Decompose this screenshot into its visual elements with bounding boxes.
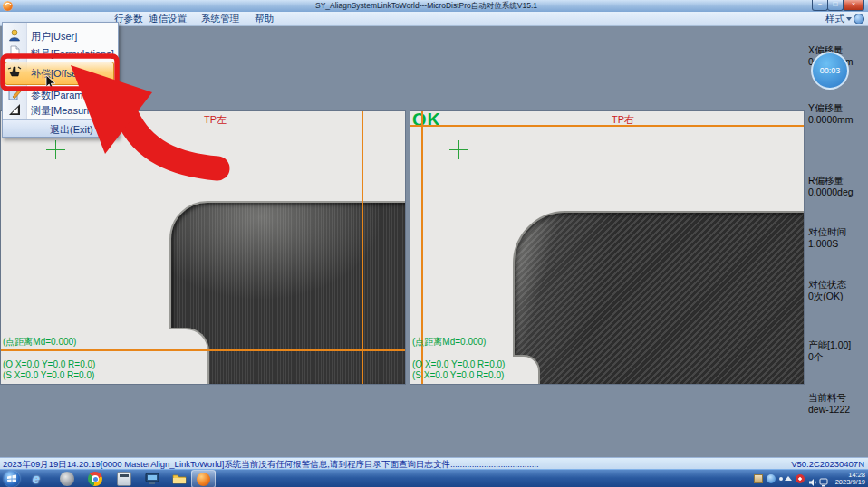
computer-icon[interactable] <box>145 472 159 486</box>
ie-browser-icon[interactable]: e <box>33 472 47 486</box>
specimen-image-left <box>169 201 406 385</box>
menu-comm-settings[interactable]: 通信设置 <box>149 13 187 25</box>
camera-view-right[interactable]: OK TP右 (点距离Md=0.000) (O X=0.0 Y=0.0 R=0.… <box>410 110 805 385</box>
application-window: SY_AliagnSystemLinkToWorld---MicroDistPr… <box>0 0 868 487</box>
menu-item-measure[interactable]: 测量[Measuring] <box>3 102 118 118</box>
specimen-image-right <box>513 211 805 385</box>
menu-system-manage[interactable]: 系统管理 <box>201 13 239 25</box>
offset-hand-icon <box>7 65 22 80</box>
tray-messenger-icon[interactable] <box>767 474 776 483</box>
metric-value: 0次(OK) <box>808 291 866 302</box>
version-label: V50.2C20230407N <box>791 459 864 469</box>
metric-align-time: 对位时间 1.000S <box>808 226 866 249</box>
metric-label: Y偏移量 <box>808 102 866 114</box>
chrome-icon[interactable] <box>88 472 102 486</box>
metric-capacity: 产能[1.00] 0个 <box>808 339 866 362</box>
metric-label: 产能[1.00] <box>808 339 866 351</box>
tray-box-icon[interactable] <box>754 474 763 483</box>
window-title: SY_AliagnSystemLinkToWorld---MicroDistPr… <box>315 1 537 12</box>
menu-item-offset[interactable]: 补偿[Offset] <box>3 65 118 83</box>
clock-date: 2023/9/19 <box>835 479 865 486</box>
menu-help[interactable]: 帮助 <box>255 13 274 25</box>
metric-label: 当前料号 <box>808 392 866 404</box>
utility-icon[interactable] <box>60 472 74 486</box>
taskbar-clock[interactable]: 14:28 2023/9/19 <box>835 472 865 486</box>
parameter-icon <box>7 87 22 101</box>
menu-item-parameters[interactable]: 参数[ParamSetting] <box>3 87 118 102</box>
metric-value: 0个 <box>808 351 866 363</box>
camera-view-left[interactable]: TP左 (点距离Md=0.000) (O X=0.0 Y=0.0 R=0.0) … <box>0 110 406 385</box>
distance-readout-left: (点距离Md=0.000) <box>3 336 76 349</box>
specimen-notch <box>169 328 209 385</box>
metric-value: 0.0000mm <box>808 114 866 126</box>
crosshair-icon <box>55 140 56 159</box>
menu-item-formulations[interactable]: 料号[Formulations] <box>3 45 118 62</box>
distance-readout-right: (点距离Md=0.000) <box>412 336 486 349</box>
metric-y-offset: Y偏移量 0.0000mm <box>808 102 866 125</box>
close-button[interactable]: × <box>843 0 864 11</box>
style-button[interactable]: 样式 <box>825 13 844 25</box>
tray-pinwheel-icon[interactable] <box>796 474 805 483</box>
metric-value: 1.000S <box>808 238 866 250</box>
status-bar: 2023年09月19日14:20:19[0000 MasterAlign_Lin… <box>0 457 868 470</box>
tray-expand-icon[interactable] <box>785 476 792 481</box>
menu-item-user[interactable]: 用户[User] <box>3 28 118 44</box>
calculator-icon[interactable] <box>117 472 131 486</box>
alignment-vline-left <box>362 111 363 385</box>
alignment-hline-right <box>410 125 805 127</box>
menu-bar: 行参数 通信设置 系统管理 帮助 样式 <box>0 12 868 26</box>
crosshair-icon <box>458 140 459 159</box>
metric-label: R偏移量 <box>808 175 866 186</box>
main-dropdown-menu: 用户[User] 料号[Formulations] 补偿[Offset] 参数[… <box>2 22 119 138</box>
maximize-button[interactable]: □ <box>827 0 844 11</box>
tray-dot-icon[interactable] <box>779 477 783 481</box>
metric-align-status: 对位状态 0次(OK) <box>808 279 866 301</box>
style-icon[interactable] <box>854 14 864 24</box>
speaker-icon[interactable] <box>808 474 817 483</box>
folder-icon[interactable] <box>172 472 187 486</box>
offset-o-readout-left: (O X=0.0 Y=0.0 R=0.0) <box>3 359 95 369</box>
metric-value: dew-1222 <box>808 404 866 415</box>
app-logo-icon <box>3 1 13 11</box>
offset-o-readout-right: (O X=0.0 Y=0.0 R=0.0) <box>412 359 505 369</box>
metric-r-offset: R偏移量 0.0000deg <box>808 175 866 197</box>
recording-timer-badge[interactable]: 00:03 <box>811 52 849 90</box>
offset-s-readout-right: (S X=0.0 Y=0.0 R=0.0) <box>412 370 504 380</box>
app-logo-icon <box>197 473 210 486</box>
chevron-down-icon[interactable] <box>846 17 852 21</box>
network-icon[interactable] <box>819 474 828 483</box>
alignment-hline-left <box>1 349 406 351</box>
app-taskbar-button[interactable] <box>191 470 216 487</box>
menu-item-exit[interactable]: 退出(Exit) <box>3 119 118 137</box>
specimen-notch <box>513 355 540 385</box>
minimize-button[interactable]: − <box>812 0 828 11</box>
taskbar: e 14:28 2023/9/19 <box>0 469 868 487</box>
user-icon <box>7 28 22 43</box>
status-badge: OK <box>412 110 441 130</box>
measure-icon <box>7 102 22 117</box>
title-bar: SY_AliagnSystemLinkToWorld---MicroDistPr… <box>0 0 868 13</box>
document-icon <box>7 45 22 60</box>
camera-left-title: TP左 <box>204 113 227 127</box>
metric-label: 对位时间 <box>808 226 866 238</box>
start-button[interactable] <box>4 471 20 487</box>
metric-value: 0.0000deg <box>808 186 866 198</box>
metric-current-part: 当前料号 dew-1222 <box>808 392 866 415</box>
metric-label: 对位状态 <box>808 279 866 291</box>
offset-s-readout-left: (S X=0.0 Y=0.0 R=0.0) <box>3 370 94 380</box>
